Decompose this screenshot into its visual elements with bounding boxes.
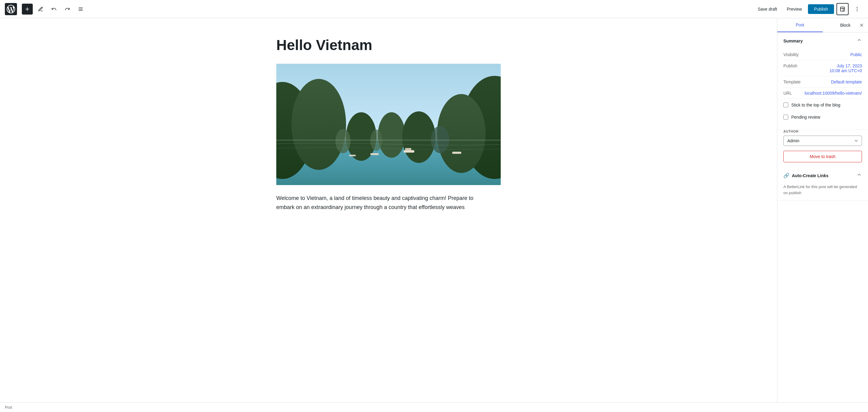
auto-create-title: Auto-Create Links [792,173,829,178]
publish-date-label: Publish [783,63,797,68]
publish-date-value[interactable]: July 17, 2023 10:08 am UTC+0 [830,63,862,73]
sidebar-panel: Post Block Summary Visibility Public Pu [777,18,868,402]
svg-point-12 [291,79,346,170]
post-featured-image[interactable] [276,64,501,185]
list-view-icon [78,6,84,12]
pending-review-checkbox[interactable] [783,115,788,120]
template-value[interactable]: Default template [831,80,862,84]
publish-date-row: Publish July 17, 2023 10:08 am UTC+0 [783,60,862,77]
wordpress-logo [5,3,17,15]
chevron-up-icon [857,37,862,43]
pencil-icon [38,6,43,12]
sidebar-tabs: Post Block [777,18,868,32]
svg-point-7 [857,8,858,9]
main-toolbar: Save draft Preview Publish [0,0,868,18]
author-label: AUTHOR [783,129,862,133]
pending-review-row: Pending review [783,111,862,123]
plus-icon [24,6,30,12]
redo-button[interactable] [62,4,73,14]
tab-post[interactable]: Post [777,18,823,32]
visibility-label: Visibility [783,52,799,57]
stick-to-top-label[interactable]: Stick to the top of the blog [791,102,840,108]
save-draft-button[interactable]: Save draft [754,5,781,13]
editor-content: Hello Vietnam [264,18,513,224]
svg-rect-26 [276,140,501,141]
undo-button[interactable] [49,4,59,14]
svg-point-16 [378,112,405,158]
svg-point-8 [857,10,858,11]
visibility-value[interactable]: Public [850,52,862,57]
auto-create-links-header[interactable]: 🔗 Auto-Create Links [777,167,868,184]
halong-bay-scene [276,64,501,185]
publish-button[interactable]: Publish [808,4,834,14]
svg-point-17 [402,111,436,163]
toolbar-right-actions: Save draft Preview Publish [754,3,863,15]
url-value[interactable]: localhost:10009/hello-vietnam/ [805,91,862,95]
summary-section: Summary Visibility Public Publish July 1… [777,32,868,129]
summary-section-header[interactable]: Summary [777,32,868,49]
auto-create-title-row: 🔗 Auto-Create Links [783,173,829,178]
post-body[interactable]: Welcome to Vietnam, a land of timeless b… [276,194,501,212]
summary-section-title: Summary [783,38,803,43]
wp-logo-svg [7,5,15,13]
auto-create-links-section: 🔗 Auto-Create Links A BetterLink for thi… [777,167,868,201]
template-row: Template Default template [783,77,862,88]
url-row: URL localhost:10009/hello-vietnam/ [783,88,862,99]
add-block-button[interactable] [22,4,33,14]
layout-toggle-button[interactable] [836,3,848,15]
author-section: AUTHOR Admin [777,129,868,151]
svg-point-6 [857,7,858,7]
stick-to-top-checkbox[interactable] [783,102,788,108]
editor-area[interactable]: Hello Vietnam [0,18,777,402]
sidebar-close-button[interactable] [859,23,864,28]
main-layout: Hello Vietnam [0,18,868,402]
status-bar: Post [0,402,868,412]
auto-create-toggle-button[interactable] [857,172,862,179]
preview-button[interactable]: Preview [783,5,806,13]
pending-review-label[interactable]: Pending review [791,115,820,120]
svg-rect-21 [404,150,414,153]
svg-rect-25 [452,152,461,154]
svg-point-18 [335,129,350,153]
post-title[interactable]: Hello Vietnam [276,36,501,54]
ellipsis-icon [854,6,860,12]
visibility-row: Visibility Public [783,49,862,60]
stick-to-top-row: Stick to the top of the blog [783,99,862,111]
author-select[interactable]: Admin [783,136,862,146]
svg-rect-3 [840,7,845,11]
list-view-button[interactable] [75,4,86,14]
tools-button[interactable] [35,4,46,14]
summary-section-body: Visibility Public Publish July 17, 2023 … [777,49,868,129]
status-bar-label: Post [5,405,12,410]
svg-rect-24 [349,155,356,156]
move-to-trash-button[interactable]: Move to trash [783,151,862,162]
close-icon [859,23,864,28]
more-options-button[interactable] [851,3,863,15]
svg-rect-23 [370,153,379,155]
mountains-svg [276,64,501,185]
redo-icon [65,6,70,12]
layout-icon [840,6,845,12]
url-label: URL [783,91,792,95]
chevron-up-icon-2 [857,172,862,177]
auto-create-body: A BetterLink for this post will be gener… [777,184,868,201]
template-label: Template [783,80,801,84]
summary-toggle-button[interactable] [857,37,862,44]
link-icon: 🔗 [783,173,789,178]
undo-icon [51,6,57,12]
